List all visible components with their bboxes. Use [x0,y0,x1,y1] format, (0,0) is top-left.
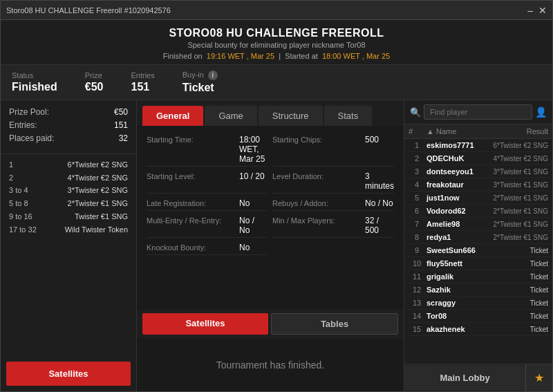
player-row[interactable]: 5 just1now 2*Twister €1 SNG [404,192,552,205]
player-result: 4*Twister €2 SNG [494,155,548,162]
player-icon-button[interactable]: 👤 [535,106,547,118]
player-row[interactable]: 9 SweetSun666 Ticket [404,244,552,257]
player-result: Ticket [530,299,548,307]
prize-label: Prize [85,71,104,80]
info-row: Min / Max Players:32 / 500 [272,214,394,238]
player-name: akazhenek [427,325,529,333]
tournament-times: Finished on 19:16 WET , Mar 25 | Started… [1,52,552,60]
entries-row-value: 151 [114,120,128,130]
player-num: 13 [409,299,425,307]
info-label: Multi-Entry / Re-Entry: [147,216,236,225]
place-range: 2 [9,171,37,185]
player-row[interactable]: 6 Vodorod62 2*Twister €1 SNG [404,205,552,218]
player-name: eskimos7771 [427,141,492,149]
tables-tab[interactable]: Tables [271,313,398,335]
player-num: 3 [409,167,425,176]
entries-value: 151 [131,81,149,93]
info-icon[interactable]: i [208,71,218,80]
left-panel: Prize Pool: €50 Entries: 151 Places paid… [1,100,137,391]
info-value: No [239,243,250,252]
search-bar: 🔍 👤 [404,100,552,124]
satellites-button[interactable]: Satellites [6,362,131,386]
player-row[interactable]: 4 freakotaur 3*Twister €1 SNG [404,178,552,192]
player-num: 12 [409,286,425,294]
entries-item: Entries 151 [131,71,154,93]
place-range: 5 to 8 [9,197,37,210]
tab-general[interactable]: General [142,106,203,126]
player-result: Ticket [530,273,548,281]
info-row: Knockout Bounty:No [147,241,267,255]
player-name: Vodorod62 [427,207,492,215]
player-row[interactable]: 10 fluy55nett Ticket [404,257,552,270]
player-result: 6*Twister €2 SNG [494,142,548,149]
player-result: Ticket [530,247,548,254]
info-label: Level Duration: [272,172,362,180]
window-title: Storo08 HU CHALLENGE Freeroll #102094257… [6,6,171,15]
bottom-tab-bar: Satellites Tables [137,309,404,339]
favorite-button[interactable]: ★ [525,364,552,391]
player-result: Ticket [530,326,548,333]
player-name: freakotaur [427,180,492,189]
window-controls: – ✕ [527,6,547,15]
tab-structure[interactable]: Structure [259,106,323,126]
tab-stats[interactable]: Stats [324,106,373,126]
col-hash: # [409,127,425,136]
info-value: No [239,198,250,208]
info-value: 32 / 500 [365,216,394,235]
info-value: 18:00 WET, Mar 25 [239,135,267,164]
places-table: 16*Twister €2 SNG24*Twister €2 SNG3 to 4… [1,154,136,356]
info-value: 3 minutes [365,171,394,191]
player-num: 8 [409,233,425,241]
player-num: 15 [409,325,425,333]
buyin-value: Ticket [182,82,214,93]
player-num: 7 [409,220,425,228]
player-name: just1now [427,194,492,202]
player-row[interactable]: 7 Amelie98 2*Twister €1 SNG [404,218,552,231]
place-row: 17 to 32Wild Twister Token [9,223,128,236]
prize-pool-label: Prize Pool: [9,107,49,117]
player-list: 1 eskimos7771 6*Twister €2 SNG 2 QDECHuK… [404,139,552,364]
search-input[interactable] [424,104,532,120]
player-row[interactable]: 2 QDECHuK 4*Twister €2 SNG [404,152,552,165]
player-num: 10 [409,259,425,268]
started-time: 18:00 WET , Mar 25 [322,52,390,60]
tab-game[interactable]: Game [205,106,256,126]
player-name: scraggy [427,299,529,307]
info-row: Level Duration:3 minutes [272,169,394,194]
player-row[interactable]: 14 Tor08 Ticket [404,310,552,323]
entries-row-label: Entries: [9,120,37,130]
player-row[interactable]: 13 scraggy Ticket [404,297,552,310]
player-num: 4 [409,180,425,189]
prize-value: €50 [85,81,104,93]
player-row[interactable]: 15 akazhenek Ticket [404,323,552,336]
close-button[interactable]: ✕ [538,6,547,15]
finished-message: Tournament has finished. [137,339,404,391]
player-name: SweetSun666 [427,246,529,254]
status-label: Status [12,71,57,80]
place-range: 1 [9,158,37,171]
info-label: Starting Level: [147,172,236,180]
info-value: No / No [239,216,267,235]
info-label: Min / Max Players: [272,216,362,225]
player-result: 3*Twister €1 SNG [494,168,548,176]
player-row[interactable]: 11 grigalik Ticket [404,270,552,283]
player-row[interactable]: 3 dontseeyou1 3*Twister €1 SNG [404,165,552,178]
player-row[interactable]: 12 Sazhik Ticket [404,283,552,297]
player-row[interactable]: 8 redya1 2*Twister €1 SNG [404,231,552,244]
tournament-title: STORO08 HU CHALLENGE FREEROLL [1,27,552,39]
player-result: 2*Twister €1 SNG [494,221,548,228]
player-name: fluy55nett [427,259,529,268]
places-paid-row: Places paid: 32 [9,133,128,143]
main-lobby-button[interactable]: Main Lobby [404,365,525,391]
player-name: grigalik [427,272,529,281]
satellites-tab[interactable]: Satellites [142,313,268,335]
place-range: 17 to 32 [9,223,37,236]
place-prize: 3*Twister €2 SNG [68,184,128,197]
player-row[interactable]: 1 eskimos7771 6*Twister €2 SNG [404,139,552,152]
place-prize: 6*Twister €2 SNG [68,158,128,171]
info-row: Late Registration:No [147,196,267,211]
col-sort[interactable]: ▲ [427,127,435,136]
info-label: Starting Chips: [272,136,362,144]
minimize-button[interactable]: – [527,6,533,15]
main-lobby-row: Main Lobby ★ [404,364,552,391]
